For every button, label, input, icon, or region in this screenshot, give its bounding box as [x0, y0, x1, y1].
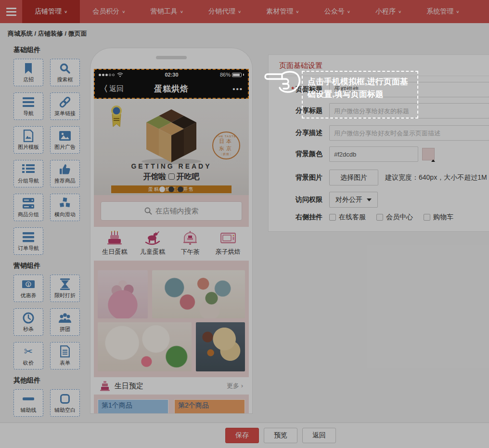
page: 店铺管理∨ 会员积分∨ 营销工具∨ 分销代理∨ 素材管理∨ 公众号∨ 小程序∨ …	[0, 0, 489, 448]
guide-tooltip: 点击手机模拟框,进行页面基础设置,填写页面标题	[302, 71, 418, 119]
pointing-hand-icon	[263, 67, 302, 97]
guide-overlay	[0, 0, 489, 448]
